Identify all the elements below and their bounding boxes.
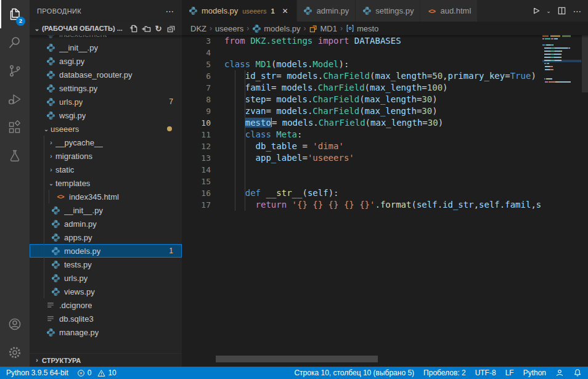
status-language-mode[interactable]: Python xyxy=(523,369,546,377)
breadcrumb-item-models-py[interactable]: models.py xyxy=(252,24,300,33)
line-number[interactable]: 10 xyxy=(182,117,211,129)
breadcrumb-item-dkz[interactable]: DKZ xyxy=(190,24,206,33)
split-editor-icon[interactable] xyxy=(555,4,568,18)
breadcrumb-item-useeers[interactable]: useeers xyxy=(215,24,243,33)
status-encoding[interactable]: UTF-8 xyxy=(475,369,496,377)
tab-models-py[interactable]: models.pyuseeers1✕ xyxy=(182,0,297,22)
tab-aud-html[interactable]: <>aud.html xyxy=(420,0,478,22)
code-line[interactable]: return '{} {} {} {} {}'.format(self.id_s… xyxy=(224,199,588,211)
breadcrumb-item-mesto[interactable]: mesto xyxy=(346,24,378,33)
line-number[interactable]: 6 xyxy=(182,70,211,82)
activitybar-item-search[interactable] xyxy=(0,28,30,57)
line-number[interactable]: 17 xyxy=(182,199,211,211)
status-problems[interactable]: 010 xyxy=(77,369,116,377)
python-file-icon xyxy=(51,259,60,269)
refresh-icon[interactable]: ↻ xyxy=(152,22,165,35)
code-line[interactable]: id_str= models.CharField(max_length=50,p… xyxy=(224,70,588,82)
line-number[interactable]: 12 xyxy=(182,141,211,152)
line-number[interactable]: 9 xyxy=(182,105,211,117)
status-indentation[interactable]: Пробелов: 2 xyxy=(423,369,466,377)
tree-item-db-sqlite3[interactable]: db.sqlite3 xyxy=(30,312,182,325)
code-line[interactable]: famil= models.CharField(max_length=100) xyxy=(224,82,588,94)
vertical-scrollbar[interactable] xyxy=(582,35,588,367)
line-number-gutter[interactable]: 34567891011121314151617 xyxy=(182,35,211,211)
code-editor[interactable]: 34567891011121314151617 from DKZ.setting… xyxy=(182,35,588,367)
tree-item-indexelement[interactable]: indexelement xyxy=(30,35,182,41)
explorer-more-icon[interactable]: ⋯ xyxy=(166,6,174,16)
tree-item-database-roouter-py[interactable]: database_roouter.py xyxy=(30,68,182,81)
tree-item-templates[interactable]: ⌄templates xyxy=(30,176,182,190)
activitybar-item-extensions[interactable] xyxy=(0,113,30,142)
line-number[interactable]: 11 xyxy=(182,129,211,141)
line-number[interactable]: 5 xyxy=(182,59,211,70)
tree-item-index345-html[interactable]: <>index345.html xyxy=(30,190,182,203)
tree-item-admin-py[interactable]: admin.py xyxy=(30,217,182,230)
code-line[interactable] xyxy=(224,47,588,59)
tree-item-useeers[interactable]: ⌄useeers xyxy=(30,122,182,136)
activitybar-item-account[interactable] xyxy=(0,310,30,338)
minimap[interactable] xyxy=(542,35,581,367)
tree-item--pycache-[interactable]: ›__pycache__ xyxy=(30,136,182,149)
code-line[interactable]: class MD1(models.Model): xyxy=(224,59,588,70)
tree-item-static[interactable]: ›static xyxy=(30,163,182,176)
tree-item-label: __init__.py xyxy=(59,43,98,52)
code-line[interactable]: db_table = 'dima' xyxy=(224,141,588,152)
close-icon[interactable]: ✕ xyxy=(280,7,290,15)
activitybar-item-explorer[interactable]: 2 xyxy=(0,0,30,28)
new-file-icon[interactable] xyxy=(128,22,140,35)
line-number[interactable]: 15 xyxy=(182,176,211,187)
status-label: Пробелов: 2 xyxy=(423,369,466,377)
more-actions-icon[interactable]: ⋯ xyxy=(571,4,584,18)
tree-item-manage-py[interactable]: manage.py xyxy=(30,325,182,339)
breadcrumb-item-md1[interactable]: MD1 xyxy=(309,24,337,33)
line-number[interactable]: 8 xyxy=(182,94,211,105)
notifications-bell-icon xyxy=(573,369,582,377)
activitybar-item-testing[interactable] xyxy=(0,142,30,170)
run-icon[interactable] xyxy=(529,4,542,18)
line-number[interactable]: 7 xyxy=(182,82,211,94)
code-line[interactable]: app_label='useeers' xyxy=(224,152,588,164)
activitybar-item-settings[interactable] xyxy=(0,338,30,367)
code-line[interactable]: class Meta: xyxy=(224,129,588,141)
workspace-section-header[interactable]: ⌄ (РАБОЧАЯ ОБЛАСТЬ) ... ↻ xyxy=(30,22,182,35)
tree-item-migrations[interactable]: ›migrations xyxy=(30,149,182,163)
collapse-all-icon[interactable] xyxy=(165,22,177,35)
python-file-icon xyxy=(46,83,55,93)
status-python-version[interactable]: Python 3.9.5 64-bit xyxy=(6,369,68,377)
tree-item--dcignore[interactable]: .dcignore xyxy=(30,298,182,312)
horizontal-scrollbar[interactable] xyxy=(216,356,378,362)
tree-item--init-py[interactable]: __init__.py xyxy=(30,203,182,217)
run-dropdown-icon[interactable]: ⌄ xyxy=(545,4,552,18)
status-eol[interactable]: LF xyxy=(505,369,514,377)
tree-item-label: __init__.py xyxy=(64,206,103,215)
tree-item-wsgi-py[interactable]: wsgi.py xyxy=(30,108,182,122)
activitybar-item-run-debug[interactable] xyxy=(0,85,30,113)
tree-item-asgi-py[interactable]: asgi.py xyxy=(30,54,182,68)
activitybar-item-source-control[interactable] xyxy=(0,57,30,85)
tab-admin-py[interactable]: admin.py xyxy=(297,0,356,22)
code-line[interactable]: zvan= models.CharField(max_length=30) xyxy=(224,105,588,117)
new-folder-icon[interactable] xyxy=(140,22,152,35)
tree-item-urls-py[interactable]: urls.py xyxy=(30,271,182,285)
tab-settings-py[interactable]: settings.py xyxy=(356,0,420,22)
tree-item-settings-py[interactable]: settings.py xyxy=(30,81,182,95)
tree-item--init-py[interactable]: __init__.py xyxy=(30,41,182,54)
line-number[interactable]: 13 xyxy=(182,152,211,164)
status-notifications-bell-icon[interactable] xyxy=(573,369,582,377)
tree-item-tests-py[interactable]: tests.py xyxy=(30,258,182,271)
status-cursor-position[interactable]: Строка 10, столбец 10 (выбрано 5) xyxy=(294,369,414,377)
tree-item-apps-py[interactable]: apps.py xyxy=(30,230,182,244)
line-number[interactable]: 14 xyxy=(182,164,211,176)
code-line[interactable] xyxy=(224,164,588,176)
code-line[interactable]: def __str__(self): xyxy=(224,187,588,199)
line-number[interactable]: 4 xyxy=(182,47,211,59)
tree-item-models-py[interactable]: models.py1 xyxy=(30,244,182,258)
code-line[interactable] xyxy=(224,176,588,187)
line-number[interactable]: 16 xyxy=(182,187,211,199)
code-line[interactable]: step= models.CharField(max_length=30) xyxy=(224,94,588,105)
tree-item-views-py[interactable]: views.py xyxy=(30,285,182,298)
outline-section-header[interactable]: › СТРУКТУРА xyxy=(30,353,182,367)
tree-item-urls-py[interactable]: urls.py7 xyxy=(30,95,182,108)
code-line[interactable]: mesto= models.CharField(max_length=30) xyxy=(224,117,588,129)
status-feedback-icon[interactable] xyxy=(555,369,564,377)
